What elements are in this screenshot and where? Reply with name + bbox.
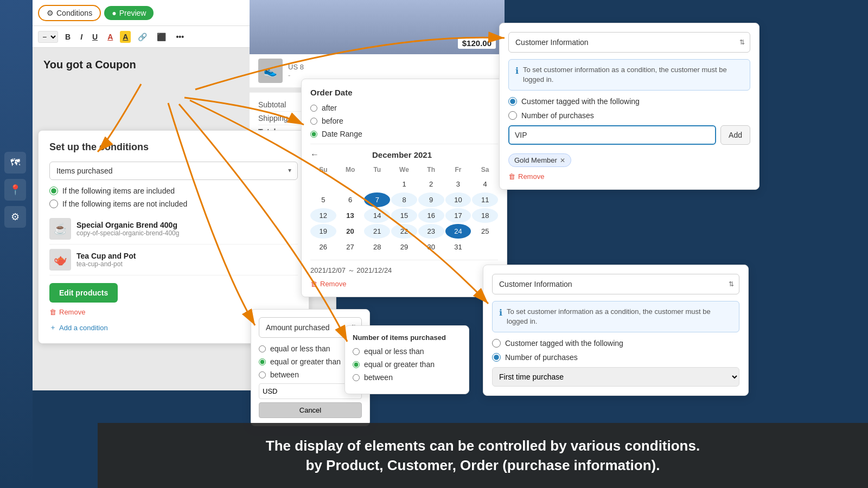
amount-between-input[interactable] [259, 371, 266, 378]
shop-price: $120.00 [458, 37, 496, 49]
tagged-radio-bottom[interactable]: Customer tagged with the following [492, 339, 739, 348]
font-color-button[interactable]: A [105, 31, 116, 43]
purchases-radio-bottom-label: Number of purchases [505, 353, 578, 362]
link-button[interactable]: 🔗 [135, 31, 150, 43]
cal-day-28[interactable]: 28 [364, 240, 390, 254]
cal-day-6[interactable]: 6 [337, 192, 363, 207]
items-greater-label: equal or greater than [364, 360, 435, 369]
tags-container: Gold Member ✕ [508, 149, 750, 167]
edit-products-button[interactable]: Edit products [49, 283, 118, 303]
cal-day-21[interactable]: 21 [364, 224, 390, 239]
purchases-radio-bottom[interactable]: Number of purchases [492, 353, 739, 362]
add-condition-button[interactable]: ＋ Add a condition [49, 323, 108, 332]
image-button[interactable]: ⬛ [154, 31, 169, 43]
tagged-radio-top-label: Customer tagged with the following [521, 97, 640, 106]
items-radio-group: If the following items are included If t… [49, 187, 298, 208]
cal-day-15[interactable]: 15 [391, 208, 417, 223]
cust-top-select[interactable]: Customer Information [508, 32, 750, 53]
cal-day-1[interactable]: 1 [391, 177, 417, 191]
cal-day-23[interactable]: 23 [418, 224, 444, 239]
banner-content: The display of elements can be controlle… [266, 436, 700, 476]
tagged-radio-bottom-input[interactable] [492, 339, 501, 348]
more-button[interactable]: ••• [173, 31, 187, 43]
cal-day-12[interactable]: 12 [310, 208, 336, 223]
nav-icon-2[interactable]: 📍 [4, 179, 26, 201]
items-between-input[interactable] [353, 374, 360, 381]
cal-day-18[interactable]: 18 [472, 208, 498, 223]
cal-day-29[interactable]: 29 [391, 240, 417, 254]
exclude-radio-input[interactable] [49, 200, 58, 208]
cal-day-26[interactable]: 26 [310, 240, 336, 254]
cal-day-19[interactable]: 19 [310, 224, 336, 239]
day-header-we: We [391, 164, 417, 176]
cal-day-22[interactable]: 22 [391, 224, 417, 239]
nav-icon-3[interactable]: ⚙ [4, 206, 26, 228]
vip-tag-input[interactable] [508, 125, 716, 145]
cal-day-20[interactable]: 20 [337, 224, 363, 239]
italic-button[interactable]: I [78, 31, 85, 43]
preview-button[interactable]: ● Preview [104, 6, 154, 20]
conditions-button[interactable]: ⚙ Conditions [38, 5, 101, 21]
product-2-info: Tea Cup and Pot tea-cup-and-pot [76, 252, 136, 268]
cal-day-16[interactable]: 16 [418, 208, 444, 223]
items-less-radio[interactable]: equal or less than [353, 347, 461, 356]
before-radio-input[interactable] [310, 118, 317, 125]
cal-day-17[interactable]: 17 [445, 208, 471, 223]
purchases-radio-top[interactable]: Number of purchases [508, 111, 750, 120]
preview-label: Preview [119, 9, 146, 17]
cal-day-25[interactable]: 25 [472, 224, 498, 239]
cal-day-8[interactable]: 8 [391, 192, 417, 207]
cal-day-14[interactable]: 14 [364, 208, 390, 223]
add-tag-button[interactable]: Add [720, 125, 750, 145]
cal-day-4[interactable]: 4 [472, 177, 498, 191]
cal-day-13[interactable]: 13 [337, 208, 363, 223]
first-time-purchase-select[interactable]: First time purchase [492, 367, 739, 387]
underline-button[interactable]: U [90, 31, 100, 43]
daterange-radio-input[interactable] [310, 131, 317, 138]
items-greater-input[interactable] [353, 361, 360, 368]
product-1-thumb: ☕ [49, 218, 71, 240]
highlight-button[interactable]: A [120, 31, 131, 43]
conditions-panel-title: Set up the conditions [49, 142, 298, 153]
cal-day-31[interactable]: 31 [445, 240, 471, 254]
after-radio-input[interactable] [310, 105, 317, 112]
items-between-radio[interactable]: between [353, 373, 461, 382]
cal-day-27[interactable]: 27 [337, 240, 363, 254]
cust-top-remove-button[interactable]: 🗑 Remove [508, 172, 544, 181]
items-dropdown-wrapper: Items purchased [49, 162, 298, 180]
cal-day-5[interactable]: 5 [310, 192, 336, 207]
cal-day-24[interactable]: 24 [445, 224, 471, 239]
cal-day-11[interactable]: 11 [472, 192, 498, 207]
amount-cancel-button[interactable]: Cancel [259, 402, 362, 418]
nav-icon-1[interactable]: 🗺 [4, 152, 26, 174]
amount-less-input[interactable] [259, 345, 266, 352]
cal-day-7[interactable]: 7 [364, 192, 390, 207]
bold-button[interactable]: B [62, 31, 73, 43]
include-radio-input[interactable] [49, 187, 58, 195]
cal-day-9[interactable]: 9 [418, 192, 444, 207]
calendar-prev-button[interactable]: ← [310, 150, 319, 159]
subtotal-label: Subtotal [258, 100, 286, 109]
include-radio[interactable]: If the following items are included [49, 187, 298, 195]
gold-member-remove-icon[interactable]: ✕ [560, 157, 565, 164]
info-icon-top: ℹ [515, 66, 519, 76]
items-greater-radio[interactable]: equal or greater than [353, 360, 461, 369]
exclude-radio[interactable]: If the following items are not included [49, 200, 298, 208]
font-size-select[interactable]: – [38, 31, 58, 43]
tagged-radio-top[interactable]: Customer tagged with the following [508, 97, 750, 106]
banner-line-1: The display of elements can be controlle… [266, 436, 700, 455]
order-date-remove-button[interactable]: 🗑 Remove [310, 280, 346, 288]
cal-day-2[interactable]: 2 [418, 177, 444, 191]
purchases-radio-top-input[interactable] [508, 111, 517, 120]
amount-greater-input[interactable] [259, 358, 266, 365]
day-header-tu: Tu [364, 164, 390, 176]
tagged-radio-top-input[interactable] [508, 97, 517, 106]
items-dropdown[interactable]: Items purchased [49, 162, 298, 180]
cal-day-3[interactable]: 3 [445, 177, 471, 191]
purchases-radio-bottom-input[interactable] [492, 353, 501, 362]
conditions-remove-button[interactable]: 🗑 Remove [49, 308, 85, 316]
items-less-input[interactable] [353, 348, 360, 355]
cal-day-10[interactable]: 10 [445, 192, 471, 207]
cust-bottom-select[interactable]: Customer Information [492, 274, 739, 294]
cal-day-30[interactable]: 30 [418, 240, 444, 254]
